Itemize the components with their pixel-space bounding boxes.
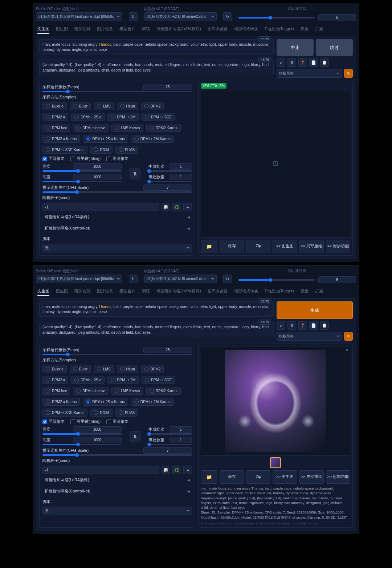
- sampler-dpm2k[interactable]: DPM2 Karras: [146, 124, 181, 132]
- tab-lora-2[interactable]: 可选附加网络(LoRA插件): [156, 288, 201, 296]
- file-icon-2[interactable]: 📄: [309, 321, 318, 330]
- arrow-icon-2[interactable]: ↙: [277, 321, 285, 330]
- generate-button[interactable]: 生成: [277, 301, 353, 319]
- batch-count-value[interactable]: 1: [170, 163, 192, 170]
- folder-button-2[interactable]: 📁: [201, 470, 217, 484]
- face-restore-check[interactable]: 面部修复: [42, 156, 65, 161]
- tab-extras-2[interactable]: 附加功能: [74, 288, 90, 296]
- batch-size-value-2[interactable]: 1: [170, 437, 192, 443]
- arrow-icon[interactable]: ↙: [277, 58, 285, 67]
- s2-6[interactable]: DPM++ 2S a: [71, 376, 105, 384]
- s2-4[interactable]: DPM2: [141, 365, 164, 373]
- sampler-lmsk[interactable]: LMS Karras: [111, 124, 143, 132]
- refresh-style-icon-2[interactable]: ↻: [344, 332, 353, 341]
- sampler-dpmfast[interactable]: DPM fast: [42, 124, 70, 132]
- send-inpaint-button-2[interactable]: >> 局部重绘: [299, 470, 324, 484]
- s2-1[interactable]: Euler: [70, 365, 91, 373]
- steps-slider[interactable]: [42, 91, 192, 92]
- s2-2[interactable]: LMS: [94, 365, 114, 373]
- file-icon[interactable]: 📄: [309, 58, 318, 67]
- steps-slider-2[interactable]: [42, 354, 192, 355]
- tab-extensions[interactable]: 扩展: [315, 26, 323, 34]
- sampler-dpm2[interactable]: DPM2: [141, 102, 164, 110]
- sd-model-select[interactable]: 01[秋自带01]最后修剪-final-prune.ckpt [89d59c: [36, 12, 122, 21]
- s2-0[interactable]: Euler a: [42, 365, 67, 373]
- s2-3[interactable]: Heun: [117, 365, 138, 373]
- swap-wh-icon[interactable]: ⇅: [130, 169, 140, 179]
- sampler-plms[interactable]: PLMS: [115, 146, 138, 154]
- tab-settings-2[interactable]: 设置: [301, 288, 309, 296]
- tab-img2img-2[interactable]: 图生图: [56, 288, 68, 296]
- seed-input-2[interactable]: [42, 466, 159, 474]
- tab-tagger-2[interactable]: Tag反推(Tagger): [265, 288, 294, 296]
- s2-18[interactable]: PLMS: [115, 409, 138, 417]
- s2-5[interactable]: DPM2 a: [42, 376, 68, 384]
- sampler-dpmpp2sak[interactable]: DPM++ 2S a Karras: [83, 135, 128, 143]
- s2-16[interactable]: DPM++ SDE Karras: [42, 409, 87, 417]
- refresh-vae-icon-2[interactable]: ↻: [223, 275, 232, 283]
- tiling-check-2[interactable]: 可平铺(Tiling): [70, 419, 101, 424]
- abort-button[interactable]: 中止: [277, 39, 314, 56]
- sampler-dpmpp2m[interactable]: DPM++ 2M: [107, 113, 139, 121]
- negative-prompt-input[interactable]: 48/75 (worst quality:1.4), (low quality:…: [39, 60, 274, 75]
- style-select[interactable]: 模板风格: [277, 69, 342, 78]
- lora-accordion-2[interactable]: 可选附加网络(LoRA插件)◀: [42, 474, 192, 486]
- tab-img2img[interactable]: 图生图: [56, 26, 68, 34]
- seed-input[interactable]: [42, 203, 159, 211]
- dice-icon[interactable]: 🎲: [162, 203, 170, 211]
- tab-train[interactable]: 训练: [142, 26, 150, 34]
- trash-icon[interactable]: 🗑: [287, 58, 296, 67]
- height-value-2[interactable]: 1000: [73, 437, 122, 443]
- seed-expand-icon-2[interactable]: ◂: [183, 466, 192, 474]
- height-value[interactable]: 1000: [73, 174, 122, 180]
- sampler-dpm2ak[interactable]: DPM2 a Karras: [42, 135, 80, 143]
- face-restore-check-2[interactable]: 面部修复: [42, 419, 65, 424]
- negative-prompt-input-2[interactable]: 48/75 (worst quality:1.4), (low quality:…: [39, 322, 274, 337]
- sampler-ddim[interactable]: DDIM: [90, 146, 113, 154]
- lora-accordion[interactable]: 可选附加网络(LoRA插件)◀: [42, 211, 192, 223]
- send-extras-button[interactable]: >> 附加功能: [326, 240, 350, 253]
- clipboard-icon-2[interactable]: 📋: [320, 321, 329, 330]
- s2-13[interactable]: DPM2 a Karras: [42, 398, 80, 406]
- s2-10[interactable]: DPM adaptive: [73, 387, 109, 395]
- controlnet-accordion-2[interactable]: 扩散控制网络(ControlNet)◀: [42, 486, 192, 497]
- steps-value[interactable]: 25: [143, 84, 192, 90]
- clip-value-2[interactable]: 5: [318, 276, 356, 283]
- tab-pnginfo-2[interactable]: 图片信息: [97, 288, 113, 296]
- cfg-value-2[interactable]: 7: [143, 447, 192, 454]
- pin-icon-2[interactable]: 📍: [298, 321, 307, 330]
- close-icon[interactable]: ✕: [345, 348, 348, 353]
- tab-extensions-2[interactable]: 扩展: [315, 288, 323, 296]
- skip-button[interactable]: 跳过: [316, 39, 353, 56]
- vae-select-2[interactable]: 01[秋自带01]动画2-kl-f8-anime2.ckpt: [144, 275, 217, 283]
- width-slider[interactable]: [42, 170, 122, 172]
- save-button[interactable]: 保存: [220, 240, 244, 253]
- sampler-dpmadapt[interactable]: DPM adaptive: [73, 124, 109, 132]
- s2-17[interactable]: DDIM: [90, 409, 113, 417]
- batch-count-slider[interactable]: [148, 170, 192, 172]
- sampler-dpmpp2mk[interactable]: DPM++ 2M Karras: [131, 135, 174, 143]
- vae-select[interactable]: 01[秋自带01]动画2-kl-f8-anime2.ckpt: [144, 12, 217, 21]
- prompt-input[interactable]: 36/75 man, male focus, stunning angry Th…: [39, 39, 274, 54]
- tab-gallery[interactable]: 图库浏览器: [208, 26, 228, 34]
- hires-check[interactable]: 高清修复: [106, 156, 128, 161]
- tab-txt2img-2[interactable]: 文生图: [37, 288, 49, 296]
- batch-size-slider-2[interactable]: [148, 444, 192, 445]
- tab-merge-2[interactable]: 模型合并: [119, 288, 135, 296]
- batch-size-slider[interactable]: [148, 181, 192, 182]
- sd-model-select-2[interactable]: 01[秋自带01]最后修剪-final-prune.ckpt [89d59c: [36, 275, 122, 283]
- sampler-heun[interactable]: Heun: [117, 102, 138, 110]
- tab-gallery-2[interactable]: 图库浏览器: [208, 288, 228, 296]
- sampler-euler-a[interactable]: Euler a: [42, 102, 67, 110]
- sampler-dpm2a[interactable]: DPM2 a: [42, 113, 68, 121]
- recycle-icon-2[interactable]: ♻️: [172, 466, 181, 474]
- s2-11[interactable]: LMS Karras: [111, 387, 143, 395]
- sampler-dpmppsdek[interactable]: DPM++ SDE Karras: [42, 146, 87, 154]
- save-button-2[interactable]: 保存: [220, 470, 244, 484]
- tab-train-2[interactable]: 训练: [142, 288, 150, 296]
- sampler-dpmppsde[interactable]: DPM++ SDE: [142, 113, 175, 121]
- zip-button-2[interactable]: Zip: [246, 470, 270, 484]
- batch-count-slider-2[interactable]: [148, 433, 192, 435]
- hires-check-2[interactable]: 高清修复: [106, 419, 128, 424]
- script-select-2[interactable]: 无: [42, 507, 192, 515]
